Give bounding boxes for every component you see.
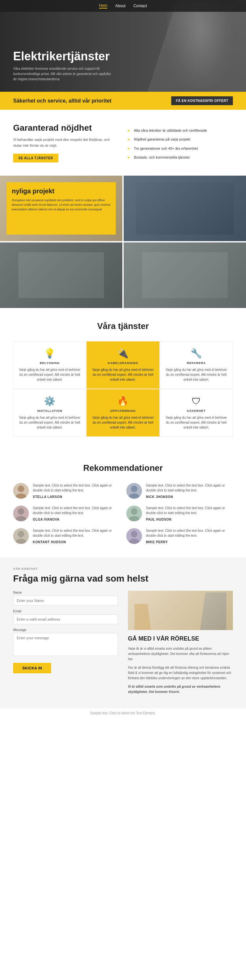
rec-card-2: Sample text. Click to select the text bo… — [13, 506, 120, 522]
avatar-kontant — [13, 528, 29, 544]
list-item: Bostads- och kommersiella tjänster — [128, 153, 233, 162]
rec-text-3: Sample text. Click to select the text bo… — [146, 506, 233, 515]
name-label: Name — [13, 591, 118, 594]
guaranteed-left: Garanterad nöjdhet Vi behandlar varje pr… — [13, 123, 118, 162]
contact-right: GÅ MED I VÅR RÖRELSE Varje år är vi allt… — [128, 591, 233, 698]
guaranteed-title: Garanterad nöjdhet — [13, 123, 118, 133]
contact-right-p1: Varje år är vi alltid smarta som undviks… — [128, 646, 233, 662]
service-card-sakerhet: 🛡 SÄKERHET Varje gång du har att göra me… — [160, 389, 233, 437]
form-name-group: Name — [13, 591, 118, 606]
rec-name-5: MIKE PERRY — [146, 540, 168, 544]
recommendations-title: Rekommendationer — [13, 463, 233, 473]
service-label: REPARERA — [165, 361, 227, 365]
avatar-mike — [126, 528, 142, 544]
shield-icon: 🛡 — [165, 396, 227, 407]
service-description: Varje gång du har att göra med el behöve… — [92, 415, 154, 430]
rec-content-2: Sample text. Click to select the text bo… — [33, 506, 120, 522]
nav-about[interactable]: About — [115, 3, 125, 8]
svg-point-8 — [18, 531, 24, 537]
rec-content-3: Sample text. Click to select the text bo… — [146, 506, 233, 522]
rec-card-5: Sample text. Click to select the text bo… — [126, 528, 233, 544]
guaranteed-list: Alla våra tekniker är utbildade och cert… — [128, 126, 233, 162]
nav-contact[interactable]: Contact — [134, 3, 147, 8]
service-description: Varje gång du har att göra med el behöve… — [19, 415, 81, 430]
contact-right-title: GÅ MED I VÅR RÖRELSE — [128, 635, 233, 642]
service-description: Varje gång du har att göra med el behöve… — [92, 367, 154, 382]
banner-text: Säkerhet och service, alltid vår priorit… — [13, 98, 112, 104]
footer-text: Sample text. Click to select the Text El… — [90, 711, 156, 715]
project-title: nyliga projekt — [12, 188, 110, 195]
rec-content-5: Sample text. Click to select the text bo… — [146, 528, 233, 544]
contact-section: VÅR KONTAKT Fråga mig gärna vad som hels… — [0, 557, 246, 708]
project-description: Excepteur sint occaecat cupidatat non pr… — [12, 198, 110, 212]
rec-content-1: Sample text. Click to select the text bo… — [146, 483, 233, 499]
form-email-group: Email — [13, 609, 118, 624]
avatar-olga — [13, 506, 29, 521]
rec-text-2: Sample text. Click to select the text bo… — [33, 506, 120, 515]
name-input[interactable] — [13, 596, 118, 606]
contact-form: Name Email Message SKICKA IN — [13, 591, 118, 698]
contact-title: Fråga mig gärna vad som helst — [13, 573, 233, 584]
list-item: Tre generationer och 40+ års erfarenhet — [128, 144, 233, 153]
form-message-group: Message — [13, 628, 118, 657]
rec-card-0: Sample text. Click to select the text bo… — [13, 483, 120, 499]
nav-home[interactable]: Hem — [99, 3, 107, 8]
service-card-belysning: 💡 BELYSNING Varje gång du har att göra m… — [13, 341, 86, 389]
service-label: INSTALLATION — [19, 409, 81, 412]
bulb-icon: 💡 — [19, 348, 81, 359]
services-grid: 💡 BELYSNING Varje gång du har att göra m… — [13, 341, 233, 437]
see-all-services-button[interactable]: SE ALLA TJÄNSTER — [13, 154, 58, 162]
svg-point-2 — [131, 485, 137, 492]
free-quote-button[interactable]: FÅ EN KOSTNADSFRI OFFERT — [171, 96, 233, 105]
rec-name-2: OLGA IVANOVA — [33, 518, 59, 521]
rec-name-0: STELLA LARSON — [33, 495, 62, 499]
hero-title: Elektrikertjänster — [13, 50, 112, 63]
projects-grid: nyliga projekt Excepteur sint occaecat c… — [0, 176, 246, 308]
avatar-stella — [13, 483, 29, 499]
rec-text-1: Sample text. Click to select the text bo… — [146, 483, 233, 493]
rec-card-4: Sample text. Click to select the text bo… — [13, 528, 120, 544]
rec-card-1: Sample text. Click to select the text bo… — [126, 483, 233, 499]
rec-text-4: Sample text. Click to select the text bo… — [33, 528, 120, 538]
avatar-nick — [126, 483, 142, 499]
svg-point-7 — [129, 516, 139, 521]
hero-subtitle: Våra elektriker levererar enastående ser… — [13, 66, 112, 82]
service-label: KABELDRAGNING — [92, 361, 154, 365]
service-label: BELYSNING — [19, 361, 81, 365]
service-label: UPPVÄRMNING — [92, 409, 154, 412]
services-title: Våra tjänster — [13, 321, 233, 331]
contact-layout: Name Email Message SKICKA IN — [13, 591, 233, 698]
svg-point-6 — [131, 508, 137, 515]
submit-button[interactable]: SKICKA IN — [13, 663, 51, 673]
project-photo-3 — [124, 242, 246, 308]
recommendations-grid: Sample text. Click to select the text bo… — [13, 483, 233, 544]
services-section: Våra tjänster 💡 BELYSNING Varje gång du … — [0, 308, 246, 450]
rec-card-3: Sample text. Click to select the text bo… — [126, 506, 233, 522]
list-item: Nöjdhet garanteras på varje projekt — [128, 135, 233, 144]
project-photo-2 — [0, 242, 122, 308]
project-overlay-cell: nyliga projekt Excepteur sint occaecat c… — [0, 176, 122, 241]
service-description: Varje gång du har att göra med el behöve… — [19, 367, 81, 382]
service-card-reparera: 🔧 REPARERA Varje gång du har att göra me… — [160, 341, 233, 389]
rec-name-3: PAUL HUDSON — [146, 518, 171, 521]
rec-content-4: Sample text. Click to select the text bo… — [33, 528, 120, 544]
message-input[interactable] — [13, 633, 118, 656]
rec-name-4: KONTANT HUDSON — [33, 540, 66, 544]
contact-right-p3: Vi är alltid smarta som undviks på grund… — [128, 684, 233, 695]
contact-label: VÅR KONTAKT — [13, 567, 233, 570]
svg-point-3 — [129, 493, 139, 499]
rec-content-0: Sample text. Click to select the text bo… — [33, 483, 120, 499]
wrench-icon: 🔧 — [165, 348, 227, 359]
email-input[interactable] — [13, 614, 118, 624]
service-description: Varje gång du har att göra med el behöve… — [165, 415, 227, 430]
guaranteed-description: Vi behandlar varje projekt med den respe… — [13, 137, 118, 148]
svg-point-10 — [131, 531, 137, 537]
service-label: SÄKERHET — [165, 409, 227, 412]
service-card-installation: ⚙️ INSTALLATION Varje gång du har att gö… — [13, 389, 86, 437]
plug-icon: 🔌 — [92, 348, 154, 359]
guaranteed-section: Garanterad nöjdhet Vi behandlar varje pr… — [0, 110, 246, 176]
contact-right-p2: Hur är all denna förelägg idé att försto… — [128, 665, 233, 681]
promo-banner: Säkerhet och service, alltid vår priorit… — [0, 92, 246, 110]
service-description: Varje gång du har att göra med el behöve… — [165, 367, 227, 382]
rec-text-0: Sample text. Click to select the text bo… — [33, 483, 120, 493]
